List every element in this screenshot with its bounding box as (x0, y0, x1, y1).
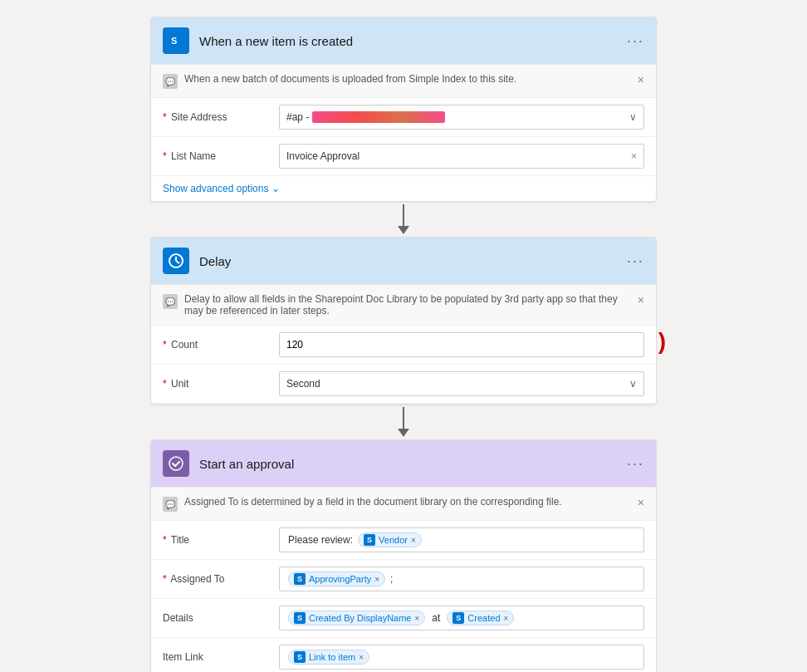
site-address-dropdown-arrow[interactable]: ∨ (629, 111, 637, 123)
delay-info-close[interactable]: × (638, 293, 644, 307)
item-link-row: Item Link S Link to item × (151, 638, 656, 672)
approving-party-chip-close[interactable]: × (374, 575, 379, 584)
approving-party-chip-label: ApprovingParty (309, 574, 371, 584)
created-chip-close[interactable]: × (504, 614, 509, 623)
site-address-label: * Site Address (163, 111, 279, 123)
count-field[interactable]: 120 (279, 332, 644, 357)
link-to-item-chip-close[interactable]: × (359, 653, 364, 662)
arrow-line-1 (403, 204, 404, 226)
details-field[interactable]: S Created By DisplayName × at S Created … (279, 606, 644, 630)
created-by-chip-close[interactable]: × (415, 614, 420, 623)
delay-info: 💬 Delay to allow all fields in the Share… (151, 285, 656, 326)
svg-line-4 (176, 261, 179, 263)
title-prefix-text: Please review: (288, 534, 353, 546)
approval-menu[interactable]: ··· (627, 455, 644, 473)
created-by-sp-icon: S (294, 612, 306, 624)
details-at-text: at (432, 612, 440, 624)
decorative-paren: ) (658, 328, 666, 355)
approval-info-icon: 💬 (163, 497, 178, 512)
assigned-to-row: * Assigned To S ApprovingParty × ; (151, 560, 656, 599)
trigger-icon: S (163, 27, 189, 54)
unit-field[interactable]: Second ∨ (279, 371, 644, 396)
trigger-card: S When a new item is created ··· 💬 When … (150, 17, 657, 202)
site-address-row: * Site Address #ap - ∨ (151, 98, 656, 137)
list-name-row: * List Name Invoice Approval × (151, 137, 656, 176)
arrow-1 (398, 202, 409, 237)
link-to-item-sp-icon: S (294, 651, 306, 663)
site-address-redacted (312, 111, 445, 123)
approval-card: Start an approval ··· 💬 Assigned To is d… (150, 439, 657, 672)
approval-body: 💬 Assigned To is determined by a field i… (151, 488, 656, 672)
arrow-2 (398, 405, 409, 439)
arrow-line-2 (403, 407, 404, 429)
trigger-info-text: When a new batch of documents is uploade… (184, 73, 516, 85)
delay-icon (163, 248, 189, 274)
unit-label: * Unit (163, 378, 279, 390)
list-name-value: Invoice Approval (286, 150, 359, 162)
advanced-options-chevron: ⌄ (271, 183, 280, 194)
link-to-item-chip-label: Link to item (309, 652, 355, 662)
assigned-to-field[interactable]: S ApprovingParty × ; (279, 567, 644, 591)
approval-title-row: * Title Please review: S Vendor × (151, 521, 656, 560)
site-address-field[interactable]: #ap - ∨ (279, 105, 644, 130)
delay-body: 💬 Delay to allow all fields in the Share… (151, 285, 656, 404)
list-name-label: * List Name (163, 150, 279, 162)
advanced-options-link[interactable]: Show advanced options ⌄ (151, 176, 656, 201)
created-chip[interactable]: S Created × (447, 611, 514, 625)
created-by-chip[interactable]: S Created By DisplayName × (288, 611, 425, 625)
svg-text:S: S (171, 36, 177, 46)
trigger-body: 💬 When a new batch of documents is uploa… (151, 65, 656, 201)
approving-party-sp-icon: S (294, 573, 306, 585)
delay-title: Delay (199, 254, 627, 268)
vendor-chip-close[interactable]: × (411, 536, 416, 545)
info-icon: 💬 (163, 74, 178, 89)
arrow-head-1 (398, 226, 409, 234)
approval-info-text: Assigned To is determined by a field in … (184, 496, 562, 508)
title-vendor-chip[interactable]: S Vendor × (358, 532, 422, 547)
list-name-clear[interactable]: × (631, 150, 637, 162)
vendor-chip-label: Vendor (379, 535, 408, 545)
arrow-head-2 (398, 429, 409, 437)
approval-title: Start an approval (199, 457, 627, 471)
unit-value: Second (286, 378, 320, 390)
assigned-to-label: * Assigned To (163, 573, 279, 585)
trigger-info-close[interactable]: × (638, 73, 644, 86)
advanced-options-text: Show advanced options (163, 183, 268, 194)
count-row: * Count 120 (151, 326, 656, 365)
unit-row: * Unit Second ∨ (151, 365, 656, 404)
list-name-field[interactable]: Invoice Approval × (279, 144, 644, 169)
item-link-field[interactable]: S Link to item × (279, 645, 644, 670)
trigger-card-header: S When a new item is created ··· (151, 17, 656, 65)
approval-info-close[interactable]: × (638, 496, 644, 509)
trigger-title: When a new item is created (199, 34, 627, 48)
unit-dropdown-arrow[interactable]: ∨ (629, 378, 637, 390)
flow-container: S When a new item is created ··· 💬 When … (0, 0, 807, 672)
created-sp-icon: S (452, 612, 464, 624)
vendor-sp-icon: S (364, 534, 375, 546)
delay-card-header: Delay ··· (151, 238, 656, 285)
created-chip-label: Created (467, 613, 500, 623)
details-label: Details (163, 612, 279, 624)
details-row: Details S Created By DisplayName × at S … (151, 599, 656, 638)
count-input[interactable]: 120 (286, 339, 637, 351)
link-to-item-chip[interactable]: S Link to item × (288, 650, 369, 665)
approval-title-field[interactable]: Please review: S Vendor × (279, 527, 644, 552)
trigger-menu[interactable]: ··· (627, 32, 644, 50)
trigger-info: 💬 When a new batch of documents is uploa… (151, 65, 656, 98)
count-label: * Count (163, 339, 279, 351)
assigned-to-semicolon: ; (390, 573, 393, 585)
approval-card-header: Start an approval ··· (151, 440, 656, 488)
site-address-prefix: #ap - (286, 111, 309, 123)
delay-info-text: Delay to allow all fields in the Sharepo… (184, 293, 631, 316)
item-link-label: Item Link (163, 651, 279, 663)
delay-menu[interactable]: ··· (627, 253, 644, 270)
approval-title-label: * Title (163, 534, 279, 546)
created-by-chip-label: Created By DisplayName (309, 613, 412, 623)
delay-card: Delay ··· 💬 Delay to allow all fields in… (150, 237, 657, 405)
svg-point-5 (169, 457, 183, 470)
approving-party-chip[interactable]: S ApprovingParty × (288, 571, 385, 586)
approval-info: 💬 Assigned To is determined by a field i… (151, 488, 656, 521)
approval-icon (163, 450, 189, 477)
delay-info-icon: 💬 (163, 294, 178, 309)
